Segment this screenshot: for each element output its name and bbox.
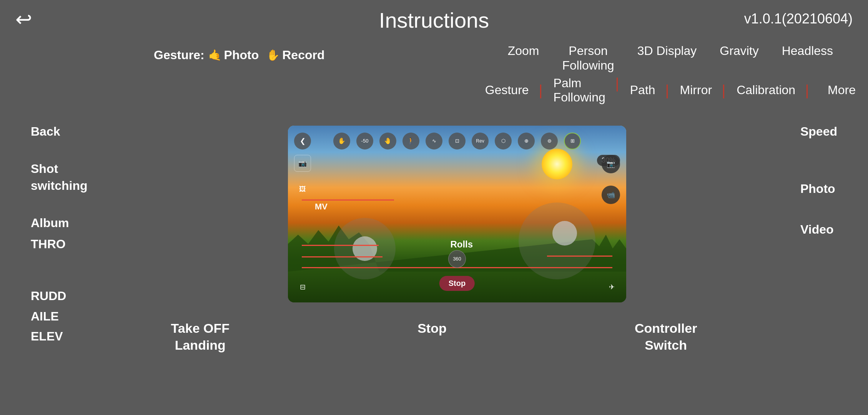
mv-label: MV xyxy=(315,202,328,212)
top-label-headless: Headless xyxy=(782,43,833,73)
zoom-icon-btn[interactable]: -50 xyxy=(356,133,373,149)
header: ↩ Instructions v1.0.1(20210604) xyxy=(0,0,868,40)
second-label-path: Path xyxy=(618,83,668,97)
phone-topbar: ❮ ✋ -50 🤚 🚶 ∿ ⊡ Rev ⬡ ⊕ ⊚ ⊞ xyxy=(288,133,626,149)
photo-label: Photo xyxy=(224,48,259,62)
grid-icon-btn[interactable]: ⊞ xyxy=(564,133,581,149)
phone-bottom-right-icon[interactable]: ✈ xyxy=(603,279,620,295)
camera-mode-icon[interactable]: 📷 xyxy=(294,155,311,172)
left-label-thro: THRO xyxy=(31,236,88,253)
right-label-speed: Speed xyxy=(800,123,837,140)
btn-360[interactable]: 360 xyxy=(448,250,466,268)
bottom-label-takeoff: Take OFF Landing xyxy=(171,320,229,354)
person-icon-btn[interactable]: 🚶 xyxy=(402,133,419,149)
phone-bottom-left-icon[interactable]: ⊟ xyxy=(294,279,311,295)
second-label-gesture: Gesture xyxy=(473,83,541,97)
bottom-labels: Take OFF Landing Stop Controller Switch xyxy=(0,320,868,354)
left-label-shot-switching: Shot switching xyxy=(31,160,88,195)
phone-left-icons: 📷 🖼 xyxy=(294,155,311,198)
left-label-elev: ELEV xyxy=(31,328,88,345)
gesture-row: Gesture: 🤙 Photo ✋ Record xyxy=(154,48,281,62)
album-icon[interactable]: 🖼 xyxy=(294,181,311,198)
rolls-line-right xyxy=(547,256,612,257)
second-label-mirror: Mirror xyxy=(668,83,725,97)
page-title: Instructions xyxy=(379,8,489,33)
phone-frame: ❮ ✋ -50 🤚 🚶 ∿ ⊡ Rev ⬡ ⊕ ⊚ ⊞ 30% 📷 🖼 📷 📹 xyxy=(288,126,626,302)
gesture-icon-btn[interactable]: ✋ xyxy=(333,133,350,149)
controller-icon[interactable]: ✈ xyxy=(603,279,620,295)
photo-hand-icon: 🤙 xyxy=(208,49,222,61)
second-labels: Gesture Palm Following Path Mirror Calib… xyxy=(473,76,868,105)
display-icon-btn[interactable]: ⊡ xyxy=(449,133,466,149)
palm-icon-btn[interactable]: 🤚 xyxy=(379,133,396,149)
stop-button[interactable]: Stop xyxy=(439,276,475,291)
top-label-person-following: Person Following xyxy=(562,43,614,73)
top-label-zoom: Zoom xyxy=(508,43,539,73)
aile-line xyxy=(302,256,382,257)
phone-right-icons: 📷 📹 xyxy=(602,155,620,204)
video-btn[interactable]: 📹 xyxy=(602,186,620,204)
version-label: v1.0.1(20210604) xyxy=(744,11,853,27)
rolls-label: Rolls xyxy=(450,239,473,250)
phone-back-icon[interactable]: ❮ xyxy=(294,133,311,149)
right-joystick-thumb xyxy=(552,221,577,246)
second-label-calibration: Calibration xyxy=(724,83,808,97)
top-label-3d-display: 3D Display xyxy=(637,43,697,73)
left-joystick[interactable] xyxy=(334,218,396,279)
elev-line xyxy=(302,267,529,268)
compass-icon-btn[interactable]: ⊚ xyxy=(541,133,558,149)
gesture-label: Gesture: xyxy=(154,48,205,62)
rev-icon-btn[interactable]: Rev xyxy=(472,133,489,149)
top-labels: Zoom Person Following 3D Display Gravity… xyxy=(473,43,868,73)
bottom-label-controller-switch: Controller Switch xyxy=(635,320,697,354)
elev-line-right xyxy=(528,267,612,268)
record-label: Record xyxy=(282,48,324,62)
left-label-aile: AILE xyxy=(31,308,88,325)
bottom-label-stop: Stop xyxy=(417,320,447,354)
back-button[interactable]: ↩ xyxy=(15,8,32,31)
rotate-icon-btn[interactable]: ⬡ xyxy=(495,133,512,149)
top-label-gravity: Gravity xyxy=(720,43,758,73)
sun-decoration xyxy=(542,149,572,179)
second-label-more: More xyxy=(815,83,868,97)
takeoff-icon[interactable]: ⊟ xyxy=(294,279,311,295)
main-area: Back Shot switching Album THRO RUDD AILE… xyxy=(0,112,868,316)
record-hand-icon: ✋ xyxy=(266,49,280,61)
photo-btn[interactable]: 📷 xyxy=(602,155,620,173)
second-label-palm-following: Palm Following xyxy=(541,76,618,105)
right-label-photo: Photo xyxy=(800,180,837,198)
left-label-album: Album xyxy=(31,214,88,232)
left-label-back: Back xyxy=(31,123,88,140)
right-label-video: Video xyxy=(800,221,837,238)
right-labels-container: Speed Photo Video xyxy=(800,112,837,238)
thro-line xyxy=(302,199,394,201)
rudd-line xyxy=(302,245,379,246)
wave-icon-btn[interactable]: ∿ xyxy=(426,133,442,149)
left-labels-container: Back Shot switching Album THRO RUDD AILE… xyxy=(31,112,88,345)
left-label-rudd: RUDD xyxy=(31,287,88,305)
crosshair-icon-btn[interactable]: ⊕ xyxy=(518,133,535,149)
